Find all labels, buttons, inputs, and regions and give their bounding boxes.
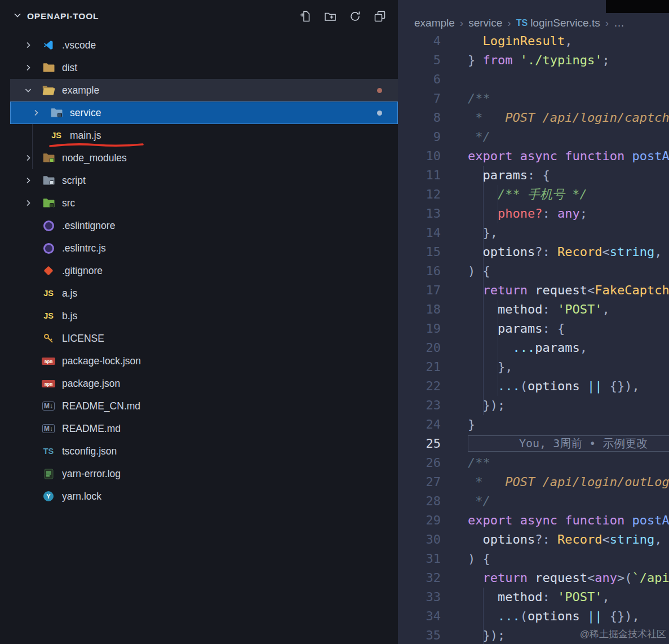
tree-item-service[interactable]: service	[0, 102, 398, 124]
code-line-24[interactable]: 24}	[398, 415, 669, 434]
line-number: 21	[398, 358, 441, 377]
code-line-6[interactable]: 6	[398, 70, 669, 89]
tree-item-b-js[interactable]: JSb.js	[0, 305, 398, 327]
git-icon	[41, 267, 56, 274]
code-line-14[interactable]: 14 },	[398, 223, 669, 242]
breadcrumb-item-example[interactable]: example	[414, 17, 455, 29]
code-text: method: 'POST',	[441, 588, 669, 607]
line-number: 33	[398, 588, 441, 607]
code-line-20[interactable]: 20 ...params,	[398, 338, 669, 358]
collapse-icon[interactable]	[371, 7, 389, 25]
tree-item-tsconfig-json[interactable]: TStsconfig.json	[0, 440, 398, 462]
code-line-26[interactable]: 26/**	[398, 453, 669, 473]
code-line-12[interactable]: 12 /** 手机号 */	[398, 185, 669, 204]
code-line-31[interactable]: 31) {	[398, 549, 669, 568]
code-line-18[interactable]: 18 method: 'POST',	[398, 300, 669, 319]
tree-item-a-js[interactable]: JSa.js	[0, 282, 398, 305]
code-text: },	[441, 223, 669, 242]
eslint-icon	[41, 220, 56, 231]
code-line-11[interactable]: 11 params: {	[398, 166, 669, 185]
code-line-21[interactable]: 21 },	[398, 358, 669, 377]
git-blame-annotation: You, 3周前 • 示例更改	[468, 435, 669, 452]
code-text: method: 'POST',	[441, 300, 669, 319]
code-line-15[interactable]: 15 options?: Record<string, any>,	[398, 242, 669, 262]
line-number: 15	[398, 242, 441, 262]
line-number: 30	[398, 530, 441, 549]
line-number: 5	[398, 51, 441, 70]
watermark: @稀土掘金技术社区	[580, 628, 666, 641]
npm-icon: npm	[41, 380, 56, 387]
code-line-4[interactable]: 4 LoginResult,	[398, 32, 669, 51]
tree-item-eslintrc-js[interactable]: .eslintrc.js	[0, 237, 398, 259]
file-tree: .vscodedistexampleserviceJSmain.jsnode_m…	[0, 33, 398, 508]
code-text: options?: Record<string, any>,	[441, 242, 669, 262]
code-line-30[interactable]: 30 options?: Record<string, any>,	[398, 530, 669, 549]
line-number: 34	[398, 607, 441, 626]
tree-item-label: tsconfig.json	[62, 445, 117, 457]
code-text: ...(options || {}),	[441, 607, 669, 626]
tree-item-yarn-lock[interactable]: Yyarn.lock	[0, 485, 398, 508]
js-icon: JS	[41, 289, 56, 298]
refresh-icon[interactable]	[346, 7, 364, 25]
tree-item-readme-cn-md[interactable]: M↓README_CN.md	[0, 395, 398, 417]
code-line-10[interactable]: 10export async function postApiLoginCapt…	[398, 147, 669, 166]
code-line-33[interactable]: 33 method: 'POST',	[398, 588, 669, 607]
code-area[interactable]: 4 LoginResult,5} from './typings';67/**8…	[398, 32, 669, 644]
tree-item-package-lock-json[interactable]: npmpackage-lock.json	[0, 350, 398, 372]
tree-item-label: yarn-error.log	[62, 468, 121, 480]
code-line-32[interactable]: 32 return request<any>(`/api/login/outLo…	[398, 568, 669, 588]
tree-item-label: README.md	[62, 423, 121, 435]
breadcrumb-item-loginservice-ts[interactable]: TSloginService.ts	[516, 17, 600, 29]
code-line-17[interactable]: 17 return request<FakeCaptcha>('/api/log…	[398, 281, 669, 300]
tree-item-package-json[interactable]: npmpackage.json	[0, 372, 398, 395]
tree-item-yarn-error-log[interactable]: yarn-error.log	[0, 462, 398, 485]
workspace-title[interactable]: OPENAPI-TOOL	[27, 11, 296, 21]
tree-item-label: .gitignore	[62, 265, 103, 277]
code-text: * POST /api/login/outLogin	[441, 473, 669, 492]
tree-item-license[interactable]: LICENSE	[0, 327, 398, 350]
code-line-13[interactable]: 13 phone?: any;	[398, 204, 669, 223]
tree-item-script[interactable]: script	[0, 169, 398, 192]
tree-item-eslintignore[interactable]: .eslintignore	[0, 214, 398, 237]
code-line-28[interactable]: 28 */	[398, 492, 669, 511]
code-line-34[interactable]: 34 ...(options || {}),	[398, 607, 669, 626]
breadcrumb-separator: ›	[460, 17, 463, 29]
code-line-19[interactable]: 19 params: {	[398, 319, 669, 338]
new-file-icon[interactable]	[296, 7, 314, 25]
code-text: params: {	[441, 319, 669, 338]
code-line-25[interactable]: 25You, 3周前 • 示例更改	[398, 434, 669, 453]
code-text: },	[441, 358, 669, 377]
tree-item-example[interactable]: example	[0, 79, 398, 102]
tree-item-node-modules[interactable]: node_modules	[0, 147, 398, 169]
code-line-29[interactable]: 29export async function postApiLoginOutL…	[398, 511, 669, 530]
code-line-7[interactable]: 7/**	[398, 89, 669, 108]
folder-node-icon	[41, 153, 56, 163]
line-number: 13	[398, 204, 441, 223]
chevron-down-icon[interactable]	[12, 10, 23, 23]
tree-item-dist[interactable]: dist	[0, 56, 398, 79]
yarn-icon: Y	[41, 491, 56, 501]
tree-item-main-js[interactable]: JSmain.js	[0, 124, 398, 147]
tree-item-label: .eslintignore	[62, 220, 115, 232]
code-line-23[interactable]: 23 });	[398, 396, 669, 415]
breadcrumb-item-service[interactable]: service	[468, 17, 502, 29]
breadcrumb: example›service›TSloginService.ts›…	[414, 15, 624, 32]
breadcrumb-item-more[interactable]: …	[614, 17, 624, 29]
tree-item-src[interactable]: src	[0, 192, 398, 214]
md-icon: M↓	[41, 424, 56, 433]
tree-item-label: node_modules	[62, 152, 127, 164]
line-number: 20	[398, 338, 441, 358]
new-folder-icon[interactable]	[321, 7, 339, 25]
code-line-27[interactable]: 27 * POST /api/login/outLogin	[398, 473, 669, 492]
code-line-9[interactable]: 9 */	[398, 127, 669, 147]
code-line-16[interactable]: 16) {	[398, 262, 669, 281]
tree-item-label: .eslintrc.js	[62, 242, 106, 254]
code-line-5[interactable]: 5} from './typings';	[398, 51, 669, 70]
tree-item-readme-md[interactable]: M↓README.md	[0, 417, 398, 440]
code-line-8[interactable]: 8 * POST /api/login/captcha	[398, 108, 669, 127]
folder-service-icon	[48, 108, 64, 118]
tree-item-gitignore[interactable]: .gitignore	[0, 259, 398, 282]
tree-item-vscode[interactable]: .vscode	[0, 34, 398, 56]
code-line-22[interactable]: 22 ...(options || {}),	[398, 377, 669, 396]
line-number: 6	[398, 70, 441, 89]
